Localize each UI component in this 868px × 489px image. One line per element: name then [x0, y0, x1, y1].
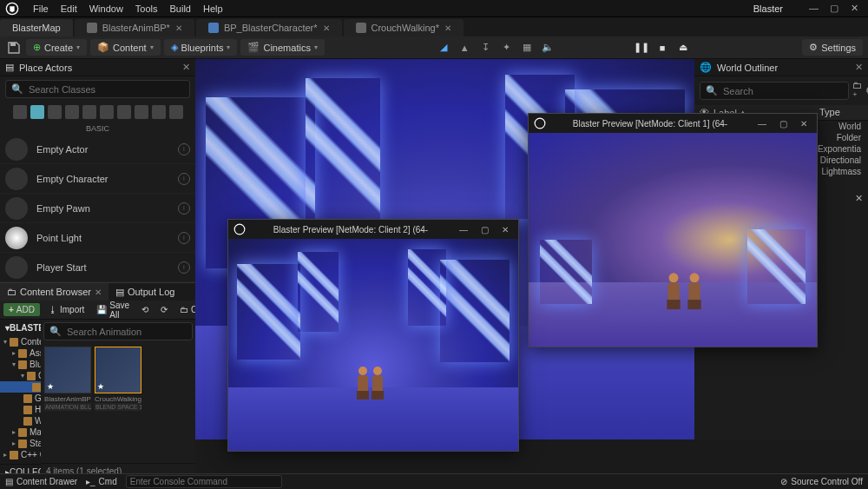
tree-item[interactable]: ▾Content [0, 336, 41, 347]
panel-close-icon[interactable]: ✕ [182, 62, 190, 73]
tree-item[interactable]: ▾Blueprints [0, 359, 41, 370]
close-icon[interactable]: ✕ [851, 3, 863, 15]
tab-close-icon[interactable]: ✕ [95, 287, 102, 297]
nav-fwd-button[interactable]: ⟳ [157, 303, 171, 316]
save-icon[interactable] [5, 39, 23, 56]
asset-item[interactable]: ★BlasterAnimBPANIMATION BLUE [44, 347, 91, 411]
content-browser-tab[interactable]: 🗀Content Browser✕ [0, 283, 108, 301]
audio-icon[interactable]: 🔈 [539, 39, 556, 56]
search-icon: 🔍 [11, 83, 23, 95]
actor-info-icon[interactable]: i [178, 173, 190, 185]
tree-item[interactable]: Weapon [0, 415, 41, 426]
custom-category-icon[interactable] [169, 105, 183, 119]
recent-category-icon[interactable] [152, 105, 166, 119]
lights-category-icon[interactable] [30, 105, 44, 119]
snap-surface-icon[interactable]: ▲ [456, 39, 473, 56]
basic-category-icon[interactable] [13, 105, 27, 119]
content-button[interactable]: 📦 Content ▾ [90, 39, 161, 56]
visual-category-icon[interactable] [82, 105, 96, 119]
actor-empty-pawn[interactable]: Empty Pawni [0, 194, 195, 223]
menu-help[interactable]: Help [203, 3, 223, 14]
eject-icon[interactable]: ⏏ [674, 39, 692, 56]
minimize-icon[interactable]: — [754, 119, 770, 129]
blend-icon [356, 23, 366, 33]
vfx-category-icon[interactable] [100, 105, 114, 119]
content-drawer-button[interactable]: ▤Content Drawer [5, 477, 77, 486]
tree-item[interactable]: ▸StarterContent [0, 438, 41, 449]
animbp-icon [87, 23, 97, 33]
tab-close-icon[interactable]: ✕ [175, 23, 182, 33]
actor-info-icon[interactable]: i [178, 143, 190, 155]
tree-item[interactable]: ▸Maps [0, 426, 41, 438]
actor-label: Empty Character [36, 174, 108, 184]
tab-level[interactable]: BlasterMap [0, 19, 73, 36]
minimize-icon[interactable]: — [456, 225, 471, 235]
shapes-category-icon[interactable] [48, 105, 62, 119]
all-category-icon[interactable] [135, 105, 148, 119]
tree-item[interactable]: ▾Character [0, 370, 41, 381]
actor-point-light[interactable]: Point Lighti [0, 223, 195, 253]
menu-build[interactable]: Build [170, 3, 191, 14]
details-close-icon[interactable]: ✕ [855, 193, 863, 204]
menu-tools[interactable]: Tools [135, 3, 158, 14]
settings-button[interactable]: ⚙ Settings [802, 39, 863, 56]
asset-item[interactable]: ★CrouchWalkingBLEND SPACE 1 [95, 347, 141, 411]
tab-animbp[interactable]: BlasterAnimBP* ✕ [75, 19, 194, 36]
maximize-icon[interactable]: ▢ [477, 225, 492, 235]
actor-info-icon[interactable]: i [178, 202, 190, 215]
tab-close-icon[interactable]: ✕ [323, 23, 330, 33]
save-all-button[interactable]: 💾Save All [93, 299, 133, 321]
tree-item[interactable]: ▸Assets [0, 347, 41, 359]
tree-item[interactable]: GameModes [0, 393, 41, 404]
asset-search-input[interactable]: 🔍 [43, 322, 193, 340]
terminal-icon: ▸_ [86, 477, 95, 486]
menu-edit[interactable]: Edit [61, 3, 77, 14]
col-type[interactable]: Type [819, 107, 863, 118]
outliner-search-input[interactable]: 🔍 [700, 82, 849, 100]
tree-item[interactable]: Animation [0, 381, 41, 393]
search-input-field[interactable] [29, 84, 184, 95]
cinematics-button[interactable]: 🎬 Cinematics ▾ [240, 39, 324, 56]
actor-info-icon[interactable]: i [178, 232, 190, 244]
create-button[interactable]: ⊕ Create ▾ [26, 39, 87, 56]
search-icon: 🔍 [706, 85, 718, 96]
actor-empty-character[interactable]: Empty Characteri [0, 164, 195, 194]
folder-plus-icon[interactable]: 🗀⁺ [852, 80, 862, 102]
console-input[interactable] [126, 475, 282, 488]
tree-item[interactable]: ▸C++ Classes [0, 449, 41, 460]
actor-player-start[interactable]: Player Starti [0, 253, 195, 282]
actor-info-icon[interactable]: i [178, 261, 190, 274]
search-classes-input[interactable]: 🔍 [5, 80, 190, 98]
source-control-button[interactable]: ⊘Source Control Off [780, 477, 863, 486]
import-button[interactable]: ⭳Import [45, 303, 88, 316]
close-icon[interactable]: ✕ [796, 119, 812, 129]
close-icon[interactable]: ✕ [497, 225, 513, 235]
search-input-field[interactable] [723, 86, 843, 96]
maximize-icon[interactable]: ▢ [775, 119, 791, 129]
snap-angle-icon[interactable]: ✦ [497, 39, 515, 56]
tab-bp[interactable]: BP_BlasterCharacter* ✕ [196, 19, 342, 36]
panel-close-icon[interactable]: ✕ [855, 62, 863, 73]
volumes-category-icon[interactable] [117, 105, 131, 119]
media-category-icon[interactable] [65, 105, 79, 119]
tab-label: BP_BlasterCharacter* [224, 23, 318, 33]
beacon-icon[interactable]: ◢ [435, 39, 452, 56]
pie-window-client2[interactable]: Blaster Preview [NetMode: Client 2] (64-… [227, 219, 519, 452]
stop-icon[interactable]: ■ [654, 39, 671, 56]
search-input-field[interactable] [67, 327, 187, 337]
tab-blend[interactable]: CrouchWalking* ✕ [344, 19, 464, 36]
actor-empty-actor[interactable]: Empty Actori [0, 135, 195, 164]
blueprints-button[interactable]: ◈ Blueprints ▾ [164, 39, 238, 56]
snap-modules-icon[interactable]: ▦ [518, 39, 536, 56]
menu-window[interactable]: Window [89, 3, 123, 14]
pie-window-client1[interactable]: Blaster Preview [NetMode: Client 1] (64-… [528, 113, 818, 347]
minimize-icon[interactable]: — [809, 3, 821, 15]
tab-close-icon[interactable]: ✕ [444, 23, 451, 33]
snap-grid-icon[interactable]: ↧ [477, 39, 494, 56]
tree-item[interactable]: HUD [0, 404, 41, 415]
menu-file[interactable]: File [33, 3, 49, 14]
maximize-icon[interactable]: ▢ [830, 3, 842, 15]
pause-icon[interactable]: ❚❚ [633, 39, 650, 56]
add-button[interactable]: + ADD [3, 303, 40, 316]
nav-back-button[interactable]: ⟲ [138, 303, 152, 316]
